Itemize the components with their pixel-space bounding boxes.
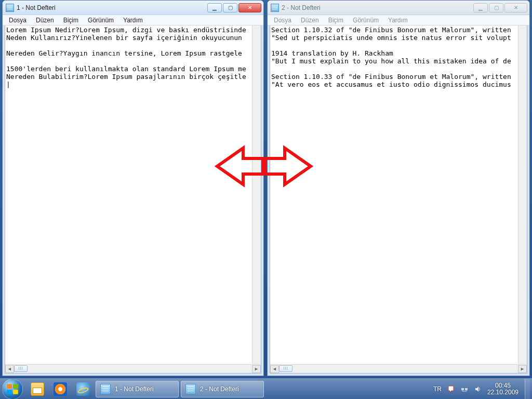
- language-indicator[interactable]: TR: [433, 385, 442, 393]
- menu-format[interactable]: Biçim: [59, 16, 83, 24]
- titlebar[interactable]: 1 - Not Defteri ▁ ▢ ✕: [3, 1, 263, 15]
- system-tray: TR 00:45 22.10.2009: [433, 382, 522, 396]
- scroll-track[interactable]: [279, 365, 518, 373]
- window-title: 1 - Not Defteri: [17, 4, 207, 11]
- menu-edit[interactable]: Düzen: [32, 16, 58, 24]
- menu-edit[interactable]: Düzen: [297, 16, 323, 24]
- svg-rect-3: [13, 390, 18, 394]
- windows-logo-icon: [6, 382, 19, 396]
- horizontal-scrollbar[interactable]: ◄ ►: [270, 364, 527, 373]
- horizontal-scrollbar[interactable]: ◄ ►: [5, 364, 261, 373]
- svg-rect-5: [465, 388, 468, 390]
- taskbar-button-label: 2 - Not Defteri: [200, 385, 239, 393]
- text-editor[interactable]: Section 1.10.32 of "de Finibus Bonorum e…: [270, 25, 527, 364]
- media-player-icon: [54, 382, 67, 396]
- svg-rect-2: [7, 390, 12, 394]
- notepad-window-1[interactable]: 1 - Not Defteri ▁ ▢ ✕ Dosya Düzen Biçim …: [2, 0, 264, 376]
- scroll-right-button[interactable]: ►: [518, 365, 527, 373]
- minimize-button[interactable]: ▁: [473, 3, 488, 12]
- start-button[interactable]: [2, 379, 23, 400]
- notepad-icon: [271, 4, 279, 12]
- scroll-thumb[interactable]: [279, 365, 292, 372]
- scroll-left-button[interactable]: ◄: [5, 365, 14, 373]
- menu-view[interactable]: Görünüm: [84, 16, 118, 24]
- menu-file[interactable]: Dosya: [5, 16, 31, 24]
- client-area: Section 1.10.32 of "de Finibus Bonorum e…: [270, 25, 527, 374]
- show-desktop-button[interactable]: [525, 379, 530, 400]
- pin-internet-explorer[interactable]: [72, 381, 94, 397]
- action-center-icon[interactable]: [447, 385, 455, 393]
- scroll-thumb[interactable]: [14, 365, 28, 372]
- notepad-window-2[interactable]: 2 - Not Defteri ▁ ▢ ✕ Dosya Düzen Biçim …: [267, 0, 530, 376]
- minimize-button[interactable]: ▁: [207, 3, 222, 12]
- menu-format[interactable]: Biçim: [324, 16, 348, 24]
- maximize-button[interactable]: ▢: [223, 3, 237, 12]
- notepad-icon: [6, 4, 14, 12]
- scroll-right-button[interactable]: ►: [252, 365, 261, 373]
- menu-help[interactable]: Yardım: [119, 16, 147, 24]
- taskbar-button-notepad-1[interactable]: 1 - Not Defteri: [96, 381, 179, 397]
- internet-explorer-icon: [76, 382, 90, 396]
- taskbar-button-notepad-2[interactable]: 2 - Not Defteri: [181, 381, 264, 397]
- menu-file[interactable]: Dosya: [270, 16, 296, 24]
- menu-view[interactable]: Görünüm: [349, 16, 383, 24]
- menu-help[interactable]: Yardım: [384, 16, 412, 24]
- clock-time: 00:45: [487, 382, 518, 389]
- svg-rect-1: [13, 384, 18, 389]
- svg-rect-4: [461, 388, 464, 390]
- taskbar-button-label: 1 - Not Defteri: [115, 385, 154, 393]
- svg-rect-0: [7, 384, 12, 389]
- window-controls: ▁ ▢ ✕: [207, 3, 261, 12]
- scroll-track[interactable]: [14, 365, 252, 373]
- vertical-scrollbar[interactable]: [252, 25, 261, 364]
- notepad-icon: [185, 384, 196, 394]
- vertical-scrollbar[interactable]: [518, 25, 527, 364]
- scroll-left-button[interactable]: ◄: [270, 365, 279, 373]
- menu-bar: Dosya Düzen Biçim Görünüm Yardım: [3, 15, 263, 25]
- client-area: Lorem Ipsum Nedir?Lorem Ipsum, dizgi ve …: [5, 25, 261, 374]
- pin-explorer[interactable]: [26, 381, 48, 397]
- notepad-icon: [100, 384, 111, 394]
- window-controls: ▁ ▢ ✕: [473, 3, 527, 12]
- network-icon[interactable]: [460, 385, 469, 393]
- window-title: 2 - Not Defteri: [282, 4, 473, 11]
- titlebar[interactable]: 2 - Not Defteri ▁ ▢ ✕: [268, 1, 529, 15]
- menu-bar: Dosya Düzen Biçim Görünüm Yardım: [268, 15, 529, 25]
- close-button[interactable]: ✕: [238, 3, 261, 12]
- taskbar[interactable]: 1 - Not Defteri 2 - Not Defteri TR 00:45…: [0, 378, 532, 399]
- explorer-icon: [31, 382, 44, 396]
- text-editor[interactable]: Lorem Ipsum Nedir?Lorem Ipsum, dizgi ve …: [5, 25, 261, 364]
- close-button[interactable]: ✕: [504, 3, 527, 12]
- maximize-button[interactable]: ▢: [489, 3, 503, 12]
- clock[interactable]: 00:45 22.10.2009: [487, 382, 518, 396]
- clock-date: 22.10.2009: [487, 389, 518, 396]
- pin-media-player[interactable]: [49, 381, 71, 397]
- volume-icon[interactable]: [474, 385, 482, 393]
